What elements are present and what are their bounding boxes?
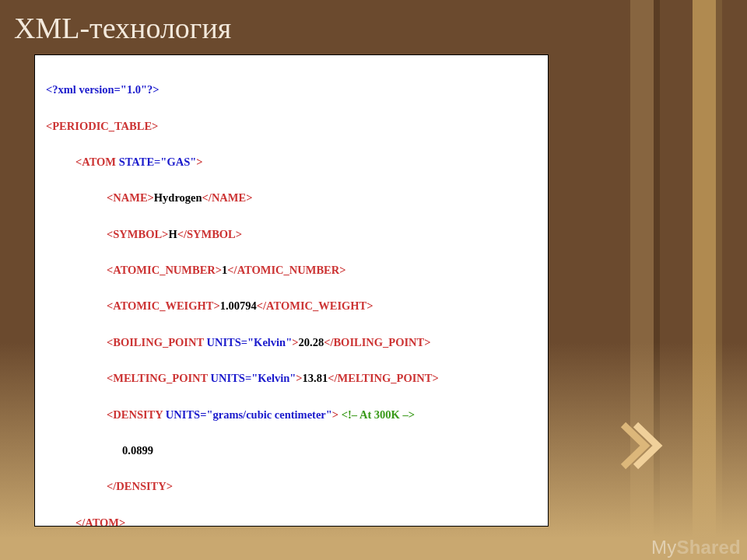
xml-atom-close: </ATOM>: [46, 514, 540, 527]
decor-bar-shadow: [716, 0, 722, 560]
xml-density-close: </DENSITY>: [46, 478, 540, 495]
watermark-shared: Shared: [676, 537, 741, 558]
decor-bar: [630, 0, 654, 560]
decor-bar-shadow: [654, 0, 660, 560]
slide: XML-технология <?xml version="1.0"?> <PE…: [0, 0, 747, 560]
decor-bar: [693, 0, 716, 560]
chevron-right-icon: [611, 418, 665, 473]
page-title: XML-технология: [14, 11, 231, 45]
xml-atom-open: <ATOM STATE="GAS">: [46, 153, 540, 171]
xml-atomic-weight: <ATOMIC_WEIGHT>1.00794</ATOMIC_WEIGHT>: [46, 297, 540, 315]
xml-melting-point: <MELTING_POINT UNITS="Kelvin">13.81</MEL…: [46, 369, 540, 387]
xml-code-block: <?xml version="1.0"?> <PERIODIC_TABLE> <…: [34, 54, 549, 527]
xml-declaration: <?xml version="1.0"?>: [46, 81, 540, 99]
xml-density-value: 0.0899: [46, 442, 540, 460]
xml-name: <NAME>Hydrogen</NAME>: [46, 189, 540, 207]
watermark-my: My: [651, 537, 676, 558]
xml-boiling-point: <BOILING_POINT UNITS="Kelvin">20.28</BOI…: [46, 334, 540, 352]
xml-atomic-number: <ATOMIC_NUMBER>1</ATOMIC_NUMBER>: [46, 261, 540, 279]
xml-symbol: <SYMBOL>H</SYMBOL>: [46, 226, 540, 243]
watermark: MyShared: [651, 537, 741, 558]
xml-density-open: <DENSITY UNITS="grams/cubic centimeter">…: [46, 406, 540, 424]
xml-root-open: <PERIODIC_TABLE>: [46, 117, 540, 135]
